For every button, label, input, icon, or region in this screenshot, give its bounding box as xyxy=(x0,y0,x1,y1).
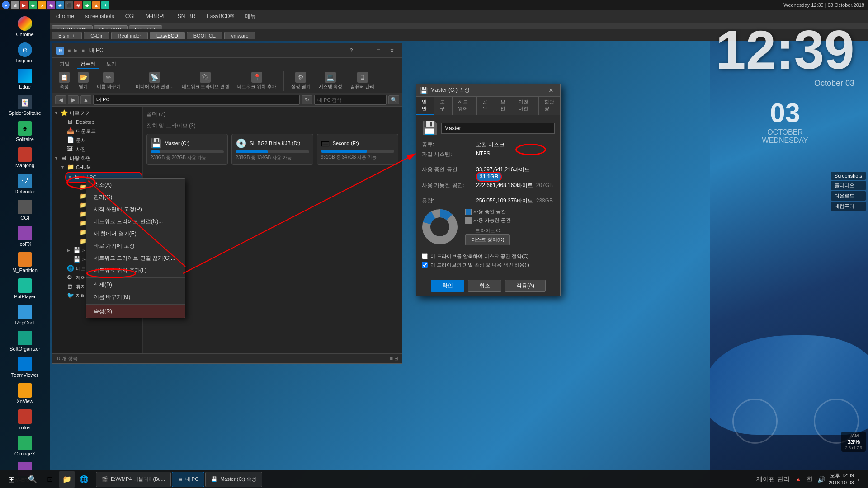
tree-item-pics[interactable]: 🖼 사진 xyxy=(59,145,142,154)
ribbon-btn-sysinfo[interactable]: 💻 시스템 속성 xyxy=(316,71,345,91)
ribbon-tab-file[interactable]: 파일 xyxy=(56,60,73,69)
sidebar-item-gimagex[interactable]: GimageX xyxy=(5,434,45,458)
tab-bootice[interactable]: BOOTICE xyxy=(187,32,223,39)
ribbon-btn-mediaserver[interactable]: 📡 미디어 서버 연결... xyxy=(133,71,176,91)
dialog-tab-quota[interactable]: 할당량 xyxy=(539,97,560,115)
ctx-disconnect[interactable]: 네트워크 드라이브 연결 끊기(C)... xyxy=(86,252,185,264)
dialog-tab-security[interactable]: 보안 xyxy=(495,97,513,115)
ctx-properties[interactable]: 속성(R) xyxy=(86,305,185,318)
tray-volume[interactable]: 🔊 xyxy=(816,475,826,484)
defrag-btn[interactable]: 디스크 정리(D) xyxy=(465,234,510,245)
index-checkbox[interactable] xyxy=(422,262,428,268)
sidebar-item-cgi[interactable]: CGI xyxy=(5,198,45,222)
ribbon-tab-view[interactable]: 보기 xyxy=(103,60,120,69)
top-icon-3[interactable]: ▶ xyxy=(20,1,28,9)
taskbar-app-1[interactable]: 🖥 내 PC xyxy=(172,472,204,487)
ribbon-btn-props[interactable]: 📋 속성 xyxy=(56,71,72,91)
taskbar-file-manager[interactable]: 📁 xyxy=(59,471,75,488)
download-label[interactable]: 다운로드 xyxy=(831,191,866,201)
tab-bism[interactable]: Bism++ xyxy=(52,32,82,39)
taskbar-search[interactable]: 🔍 xyxy=(24,471,41,488)
ribbon-btn-settings[interactable]: ⚙ 설정 열기 xyxy=(288,71,313,91)
drive-d[interactable]: 💿 SL-BG2-Bible.KJB (D:) 238GB 중 134GB 사용… xyxy=(231,134,313,165)
sidebar-item-teamviewer[interactable]: TeamViewer xyxy=(5,355,45,380)
cancel-btn[interactable]: 취소 xyxy=(468,280,501,292)
tree-item-downloads[interactable]: 📥 다운로드 xyxy=(59,127,142,136)
nav-back[interactable]: ◀ xyxy=(55,95,66,104)
ctx-netloc[interactable]: 네트워크 위치 추가(L) xyxy=(86,264,185,277)
ok-btn[interactable]: 확인 xyxy=(431,280,464,292)
prop-name-input[interactable] xyxy=(441,123,555,134)
close-btn[interactable]: ✕ xyxy=(386,46,398,55)
minimize-btn[interactable]: ─ xyxy=(359,46,371,55)
sidebar-item-icofx[interactable]: IcoFX xyxy=(5,224,45,249)
sidebar-item-rufus[interactable]: rufus xyxy=(5,408,45,432)
appbar-menu[interactable]: 메뉴 xyxy=(242,12,259,21)
nav-up[interactable]: ▲ xyxy=(80,95,91,104)
ctx-delete[interactable]: 삭제(D) xyxy=(86,279,185,291)
tray-ctrlpanel[interactable]: 제어판 관리 xyxy=(755,474,791,484)
sidebar-item-regcool[interactable]: RegCool xyxy=(5,303,45,327)
top-icon-6[interactable]: ◉ xyxy=(47,1,55,9)
sidebar-item-softorg[interactable]: SoftOrganizer xyxy=(5,329,45,353)
appbar-cgi[interactable]: CGI xyxy=(123,12,137,20)
top-icon-4[interactable]: ◆ xyxy=(29,1,37,9)
sidebar-item-xnview[interactable]: XnView xyxy=(5,381,45,406)
top-icon-10[interactable]: ◆ xyxy=(83,1,91,9)
taskbar-taskview[interactable]: ⊡ xyxy=(42,471,58,488)
top-icon-5[interactable]: ★ xyxy=(38,1,46,9)
dialog-tab-prev[interactable]: 이전 버전 xyxy=(513,97,539,115)
ctx-manage[interactable]: 관리(G) xyxy=(86,191,185,203)
ribbon-btn-open[interactable]: 📂 열기 xyxy=(75,71,91,91)
dialog-tab-share[interactable]: 공유 xyxy=(477,97,495,115)
appbar-snbr[interactable]: SN_BR xyxy=(175,12,198,20)
top-icon-11[interactable]: ▲ xyxy=(92,1,100,9)
tab-easybcd[interactable]: EasyBCD xyxy=(150,32,185,39)
sidebar-item-iexplore[interactable]: e Iexplore xyxy=(5,41,45,65)
sidebar-item-solitaire[interactable]: ♠ Solitaire xyxy=(5,119,45,144)
ribbon-btn-rename[interactable]: ✏ 이름 바꾸기 xyxy=(94,71,123,91)
screenshots-label[interactable]: Screenshots xyxy=(831,172,866,180)
ribbon-tab-computer[interactable]: 컴퓨터 xyxy=(77,60,99,69)
ctx-pin-start[interactable]: 시작 화면에 고정(P) xyxy=(86,203,185,216)
top-chrome-icon[interactable]: ● xyxy=(2,1,10,9)
tab-qdir[interactable]: Q-Dir xyxy=(84,32,109,39)
tree-item-quickaccess[interactable]: ▼ ⭐ 바로 가기 xyxy=(52,108,142,117)
address-input[interactable] xyxy=(93,95,300,105)
top-icon-2[interactable]: 🖥 xyxy=(11,1,19,9)
tree-item-docs[interactable]: 📄 문서 xyxy=(59,136,142,145)
ribbon-btn-network[interactable]: 🔌 네트워크 드라이브 연결 xyxy=(179,71,232,91)
top-icon-7[interactable]: ◈ xyxy=(56,1,64,9)
sidebar-item-edge[interactable]: Edge xyxy=(5,67,45,91)
top-icon-8[interactable]: ⬛ xyxy=(65,1,73,9)
appbar-mbrpe[interactable]: M-BRPE xyxy=(143,12,170,20)
view-toggle[interactable]: ≡ ⊞ xyxy=(390,356,398,361)
dialog-close-btn[interactable]: ✕ xyxy=(546,86,557,95)
dialog-tab-general[interactable]: 일반 xyxy=(416,97,434,115)
tray-show-desktop[interactable]: ▭ xyxy=(857,475,864,484)
ribbon-btn-compmgr[interactable]: 🖥 컴퓨터 관리 xyxy=(348,71,377,91)
sidebar-item-defender[interactable]: 🛡 Defender xyxy=(5,172,45,196)
sidebar-item-mpartition[interactable]: M_Partition xyxy=(5,250,45,275)
sidebar-item-potplayer[interactable]: PotPlayer xyxy=(5,277,45,301)
compress-checkbox[interactable] xyxy=(422,253,428,259)
ctx-expand[interactable]: 축소(A) xyxy=(86,179,185,191)
tray-lang[interactable]: 한 xyxy=(806,474,814,484)
ctx-pin-quick[interactable]: 바로 가기에 고정 xyxy=(86,240,185,252)
tree-item-desktop2[interactable]: ▼ 🖥 바탕 화면 xyxy=(52,154,142,163)
help-btn[interactable]: ? xyxy=(345,46,358,55)
appbar-chrome[interactable]: chrome xyxy=(53,12,77,20)
dialog-tab-tools[interactable]: 도구 xyxy=(434,97,453,115)
appbar-screenshots[interactable]: screenshots xyxy=(82,12,117,20)
mypc-label[interactable]: 내컴퓨터 xyxy=(831,202,866,211)
ribbon-btn-netloc[interactable]: 📍 네트워크 위치 추가 xyxy=(235,71,279,91)
drive-c[interactable]: 💾 Master (C:) 238GB 중 207GB 사용 가능 xyxy=(146,134,228,165)
sidebar-item-mahjong[interactable]: Mahjong xyxy=(5,145,45,170)
tab-vmware[interactable]: vmware xyxy=(224,32,255,39)
ctx-open-new[interactable]: 새 창에서 열기(E) xyxy=(86,228,185,240)
nav-forward[interactable]: ▶ xyxy=(68,95,79,104)
tab-regfinder[interactable]: RegFinder xyxy=(111,32,148,39)
tray-clock[interactable]: 오후 12:39 2018-10-03 xyxy=(829,472,854,486)
tray-network[interactable]: 🔺 xyxy=(793,475,803,484)
taskbar-app-0[interactable]: 🎬 E:\WMP4 버블디아(Bu... xyxy=(96,472,171,487)
